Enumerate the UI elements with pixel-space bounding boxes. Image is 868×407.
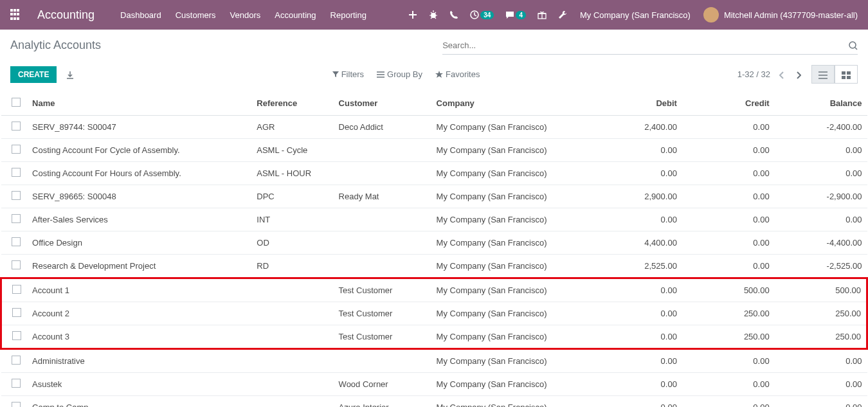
row-checkbox[interactable] — [12, 168, 21, 177]
clock-icon[interactable]: 34 — [470, 10, 494, 19]
cell-credit: 0.00 — [682, 116, 775, 139]
table-row[interactable]: Costing Account For Hours of Assembly.AS… — [1, 162, 867, 185]
table-row[interactable]: Account 2Test CustomerMy Company (San Fr… — [1, 302, 867, 325]
row-checkbox[interactable] — [12, 308, 21, 317]
breadcrumb: Analytic Accounts — [10, 39, 101, 52]
nav-dashboard[interactable]: Dashboard — [120, 10, 161, 20]
cell-company: My Company (San Francisco) — [431, 255, 590, 278]
search-icon[interactable] — [849, 40, 858, 50]
nav-accounting[interactable]: Accounting — [275, 10, 316, 20]
bug-icon[interactable] — [429, 10, 438, 19]
col-company[interactable]: Company — [431, 91, 590, 116]
col-balance[interactable]: Balance — [775, 91, 867, 116]
table-row[interactable]: Costing Account For Cycle of Assembly.AS… — [1, 139, 867, 162]
cell-balance: -4,400.00 — [775, 231, 867, 255]
phone-icon[interactable] — [449, 10, 458, 19]
cell-name: After-Sales Services — [27, 208, 251, 231]
table-row[interactable]: After-Sales ServicesINTMy Company (San F… — [1, 208, 867, 231]
cell-balance: 250.00 — [775, 302, 867, 325]
row-checkbox[interactable] — [12, 260, 21, 269]
company-selector[interactable]: My Company (San Francisco) — [580, 10, 691, 20]
apps-icon[interactable] — [10, 9, 22, 21]
favorites-button[interactable]: Favorites — [435, 69, 480, 79]
user-name: Mitchell Admin (4377709-master-all) — [724, 10, 858, 20]
nav-customers[interactable]: Customers — [176, 10, 216, 20]
select-all-checkbox[interactable] — [12, 98, 21, 107]
list-view-icon[interactable] — [811, 65, 835, 84]
cell-reference: OD — [251, 231, 333, 255]
avatar-icon — [703, 7, 719, 23]
view-switcher — [811, 65, 858, 84]
groupby-button[interactable]: Group By — [377, 69, 422, 79]
cell-balance: 0.00 — [775, 162, 867, 185]
user-menu[interactable]: Mitchell Admin (4377709-master-all) — [703, 7, 858, 23]
cell-company: My Company (San Francisco) — [431, 302, 590, 325]
cell-company: My Company (San Francisco) — [431, 162, 590, 185]
table-row[interactable]: Camp to CampAzure InteriorMy Company (Sa… — [1, 396, 867, 407]
row-checkbox[interactable] — [12, 285, 21, 294]
cell-reference — [251, 373, 333, 396]
pager-prev-icon[interactable] — [777, 67, 787, 82]
nav-reporting[interactable]: Reporting — [330, 10, 366, 20]
col-name[interactable]: Name — [27, 91, 251, 116]
cell-credit: 250.00 — [682, 325, 775, 349]
row-checkbox[interactable] — [12, 191, 21, 200]
cell-name: SERV_89665: S00048 — [27, 185, 251, 208]
row-checkbox[interactable] — [12, 402, 21, 407]
search-box[interactable] — [442, 36, 858, 55]
row-checkbox[interactable] — [12, 379, 21, 388]
table-row[interactable]: SERV_89744: S00047AGRDeco AddictMy Compa… — [1, 116, 867, 139]
create-button[interactable]: CREATE — [10, 66, 57, 83]
app-brand[interactable]: Accounting — [37, 8, 95, 22]
table-row[interactable]: Office DesignODMy Company (San Francisco… — [1, 231, 867, 255]
table-row[interactable]: SERV_89665: S00048DPCReady MatMy Company… — [1, 185, 867, 208]
table-row[interactable]: Account 3Test CustomerMy Company (San Fr… — [1, 325, 867, 349]
cell-credit: 0.00 — [682, 396, 775, 407]
col-debit[interactable]: Debit — [590, 91, 682, 116]
cell-debit: 0.00 — [590, 208, 682, 231]
cell-debit: 0.00 — [590, 162, 682, 185]
cell-reference — [251, 349, 333, 373]
cell-name: Account 2 — [27, 302, 251, 325]
gift-icon[interactable] — [538, 10, 547, 19]
cell-debit: 2,400.00 — [590, 116, 682, 139]
col-customer[interactable]: Customer — [334, 91, 431, 116]
nav-menu: Dashboard Customers Vendors Accounting R… — [120, 10, 408, 20]
kanban-view-icon[interactable] — [835, 65, 858, 84]
table-row[interactable]: AsustekWood CornerMy Company (San Franci… — [1, 373, 867, 396]
cell-name: Costing Account For Hours of Assembly. — [27, 162, 251, 185]
row-checkbox[interactable] — [12, 122, 21, 131]
svg-rect-5 — [847, 71, 851, 75]
wrench-icon[interactable] — [558, 10, 567, 19]
cell-debit: 0.00 — [590, 302, 682, 325]
plus-icon[interactable] — [408, 10, 417, 19]
cell-reference — [251, 396, 333, 407]
chat-icon[interactable]: 4 — [505, 10, 526, 19]
cell-company: My Company (San Francisco) — [431, 278, 590, 302]
cell-credit: 0.00 — [682, 162, 775, 185]
cell-name: Asustek — [27, 373, 251, 396]
cell-company: My Company (San Francisco) — [431, 208, 590, 231]
cell-customer — [334, 231, 431, 255]
col-reference[interactable]: Reference — [251, 91, 333, 116]
cell-balance: 0.00 — [775, 208, 867, 231]
table-row[interactable]: Account 1Test CustomerMy Company (San Fr… — [1, 278, 867, 302]
cell-customer: Test Customer — [334, 278, 431, 302]
table-row[interactable]: Research & Development ProjectRDMy Compa… — [1, 255, 867, 278]
row-checkbox[interactable] — [12, 145, 21, 154]
row-checkbox[interactable] — [12, 356, 21, 365]
filters-button[interactable]: Filters — [332, 69, 364, 79]
cell-name: Office Design — [27, 231, 251, 255]
table-row[interactable]: AdministrativeMy Company (San Francisco)… — [1, 349, 867, 373]
nav-vendors[interactable]: Vendors — [230, 10, 261, 20]
search-input[interactable] — [442, 41, 849, 50]
pager-next-icon[interactable] — [793, 67, 804, 82]
cell-balance: 250.00 — [775, 325, 867, 349]
row-checkbox[interactable] — [12, 331, 21, 340]
import-icon[interactable] — [66, 69, 75, 80]
cell-credit: 0.00 — [682, 255, 775, 278]
row-checkbox[interactable] — [12, 214, 21, 223]
row-checkbox[interactable] — [12, 237, 21, 246]
col-credit[interactable]: Credit — [682, 91, 775, 116]
clock-badge: 34 — [480, 11, 494, 19]
